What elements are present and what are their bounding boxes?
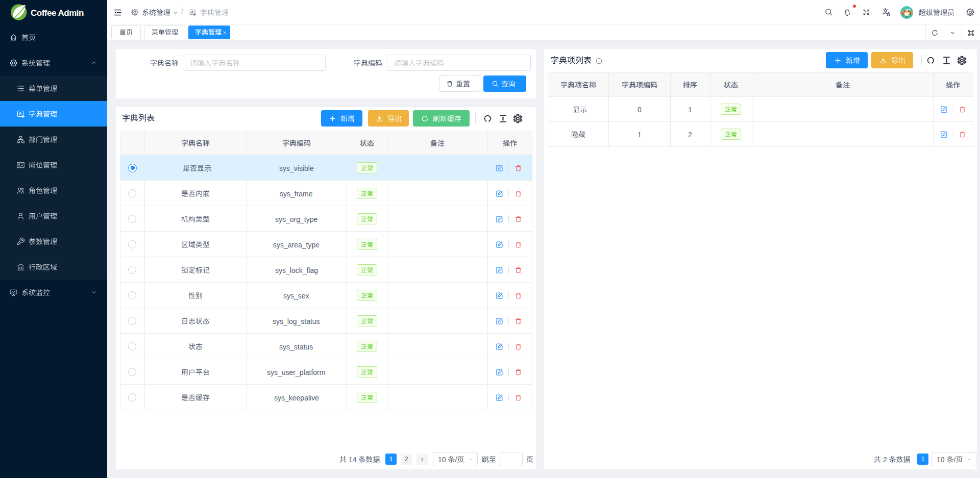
svg-text:14: 14 [349,455,357,463]
svg-text:sys_lock_flag: sys_lock_flag [275,266,318,274]
svg-text:1: 1 [688,105,692,113]
svg-text:sys_area_type: sys_area_type [273,240,320,248]
svg-text:1: 1 [638,130,642,138]
svg-text:10: 10 [438,455,446,463]
svg-text:sys_sex: sys_sex [283,291,309,299]
svg-text:sys_keepalive: sys_keepalive [274,393,319,401]
svg-text:/: / [954,455,956,463]
svg-text:/: / [455,455,457,463]
svg-text:0: 0 [638,105,642,113]
svg-text:sys_visible: sys_visible [279,164,314,172]
svg-text:sys_frame: sys_frame [280,189,313,197]
svg-text:sys_org_type: sys_org_type [275,215,317,223]
svg-text:2: 2 [688,130,692,138]
svg-text:10: 10 [937,455,945,463]
svg-text:sys_user_platform: sys_user_platform [267,368,325,376]
svg-text:2: 2 [883,455,887,463]
svg-text:示: 示 [580,105,587,113]
svg-text:sys_status: sys_status [279,342,313,350]
svg-text:示: 示 [204,164,211,172]
svg-text:sys_log_status: sys_log_status [273,317,320,325]
